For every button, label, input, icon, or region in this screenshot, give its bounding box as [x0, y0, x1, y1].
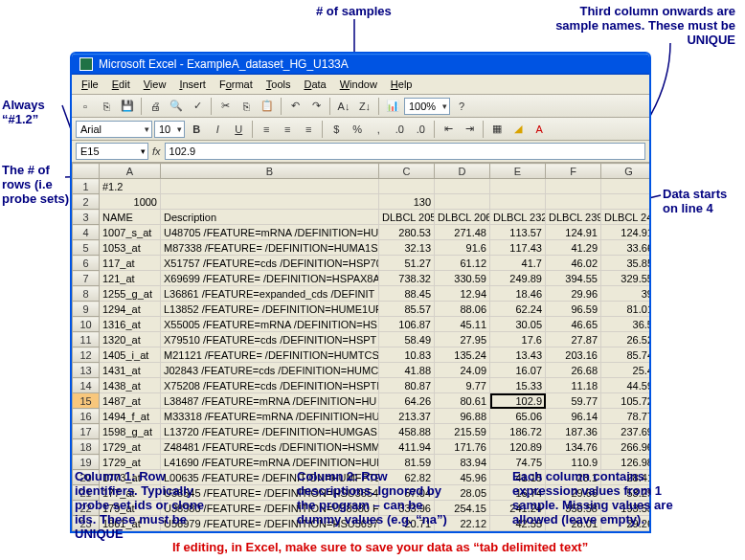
- cell[interactable]: 187.36: [546, 424, 601, 439]
- currency-button[interactable]: $: [327, 120, 346, 139]
- cell[interactable]: DLBCL 240: [601, 210, 652, 225]
- cell[interactable]: 124.91: [546, 225, 601, 240]
- paste-button[interactable]: 📋: [258, 97, 277, 116]
- cell[interactable]: 249.89: [490, 271, 546, 286]
- row-header[interactable]: 18: [73, 439, 100, 455]
- cell[interactable]: 41.88: [379, 363, 435, 378]
- cell[interactable]: 13.43: [490, 347, 546, 363]
- col-header-B[interactable]: B: [161, 164, 379, 179]
- cell[interactable]: 83.94: [435, 455, 490, 470]
- col-header-A[interactable]: A: [100, 164, 161, 179]
- spell-button[interactable]: ✓: [188, 97, 207, 116]
- col-header-E[interactable]: E: [490, 164, 546, 179]
- new-button[interactable]: ▫: [76, 97, 95, 116]
- col-header-G[interactable]: G: [601, 164, 652, 179]
- cell[interactable]: 88.45: [379, 286, 435, 302]
- cell[interactable]: 1255_g_at: [100, 286, 161, 302]
- chart-button[interactable]: 📊: [383, 97, 402, 116]
- cell[interactable]: 26.68: [546, 363, 601, 378]
- indent-inc-button[interactable]: ⇥: [460, 120, 479, 139]
- cell[interactable]: 39: [601, 286, 652, 302]
- row-header[interactable]: 15: [73, 393, 100, 409]
- cell[interactable]: DLBCL 232: [490, 210, 546, 225]
- cell[interactable]: 203.16: [546, 347, 601, 363]
- italic-button[interactable]: I: [208, 120, 227, 139]
- cell[interactable]: 113.57: [490, 225, 546, 240]
- sort-desc-button[interactable]: Z↓: [355, 97, 374, 116]
- cell[interactable]: 65.06: [490, 409, 546, 424]
- cell[interactable]: DLBCL 206: [435, 210, 490, 225]
- menu-format[interactable]: Format: [214, 77, 259, 92]
- cell[interactable]: 17.6: [490, 332, 546, 347]
- row-header[interactable]: 3: [73, 210, 100, 225]
- cell[interactable]: [435, 179, 490, 194]
- formula-input[interactable]: [165, 143, 645, 160]
- cell[interactable]: [601, 179, 652, 194]
- cell[interactable]: 10.83: [379, 347, 435, 363]
- cell[interactable]: 24.09: [435, 363, 490, 378]
- row-header[interactable]: 17: [73, 424, 100, 439]
- cell[interactable]: [379, 179, 435, 194]
- cell[interactable]: X79510 /FEATURE=cds /DEFINITION=HSPT: [161, 332, 379, 347]
- cell[interactable]: 134.76: [546, 439, 601, 455]
- cell[interactable]: M21121 /FEATURE= /DEFINITION=HUMTCS: [161, 347, 379, 363]
- cell[interactable]: 78.77: [601, 409, 652, 424]
- cell[interactable]: NAME: [100, 210, 161, 225]
- cell[interactable]: 135.24: [435, 347, 490, 363]
- cell[interactable]: 117_at: [100, 256, 161, 271]
- cell[interactable]: 27.87: [546, 332, 601, 347]
- cell[interactable]: 88.06: [435, 302, 490, 317]
- cell[interactable]: 271.48: [435, 225, 490, 240]
- cell[interactable]: 81.01: [601, 302, 652, 317]
- cell[interactable]: [161, 194, 379, 210]
- menu-edit[interactable]: Edit: [106, 77, 136, 92]
- cell[interactable]: 1316_at: [100, 317, 161, 332]
- cell[interactable]: [490, 194, 546, 210]
- cell[interactable]: 96.59: [546, 302, 601, 317]
- help-button[interactable]: ?: [452, 97, 471, 116]
- row-header[interactable]: 13: [73, 363, 100, 378]
- select-all-corner[interactable]: [73, 164, 100, 179]
- row-header[interactable]: 1: [73, 179, 100, 194]
- cell[interactable]: 25.4: [601, 363, 652, 378]
- cell[interactable]: 121_at: [100, 271, 161, 286]
- cell[interactable]: U48705 /FEATURE=mRNA /DEFINITION=HU: [161, 225, 379, 240]
- cell[interactable]: 80.87: [379, 378, 435, 393]
- col-header-C[interactable]: C: [379, 164, 435, 179]
- row-header[interactable]: 19: [73, 455, 100, 470]
- cell[interactable]: M33318 /FEATURE=mRNA /DEFINITION=HU: [161, 409, 379, 424]
- cell[interactable]: 61.12: [435, 256, 490, 271]
- cell[interactable]: Description: [161, 210, 379, 225]
- comma-button[interactable]: ,: [369, 120, 388, 139]
- row-header[interactable]: 10: [73, 317, 100, 332]
- save-button[interactable]: 💾: [118, 97, 137, 116]
- cell[interactable]: DLBCL 205: [379, 210, 435, 225]
- row-header[interactable]: 6: [73, 256, 100, 271]
- zoom-box[interactable]: 100%: [404, 98, 450, 115]
- cell[interactable]: 36.5: [601, 317, 652, 332]
- menu-view[interactable]: View: [138, 77, 172, 92]
- align-center-button[interactable]: ≡: [278, 120, 297, 139]
- cell[interactable]: 1438_at: [100, 378, 161, 393]
- font-color-button[interactable]: A: [530, 120, 549, 139]
- cell[interactable]: M87338 /FEATURE= /DEFINITION=HUMA1S: [161, 240, 379, 256]
- cell[interactable]: 74.75: [490, 455, 546, 470]
- cell[interactable]: J02843 /FEATURE=cds /DEFINITION=HUMC: [161, 363, 379, 378]
- row-header[interactable]: 14: [73, 378, 100, 393]
- cell[interactable]: L41690 /FEATURE=mRNA /DEFINITION=HUMTRAD: [161, 455, 379, 470]
- cell[interactable]: DLBCL 239: [546, 210, 601, 225]
- row-header[interactable]: 11: [73, 332, 100, 347]
- cell[interactable]: 35.85: [601, 256, 652, 271]
- cell[interactable]: 105.72: [601, 393, 652, 409]
- cell[interactable]: L13720 /FEATURE= /DEFINITION=HUMGAS: [161, 424, 379, 439]
- col-header-D[interactable]: D: [435, 164, 490, 179]
- cell[interactable]: 120.89: [490, 439, 546, 455]
- cell[interactable]: 329.55: [601, 271, 652, 286]
- cell[interactable]: 266.96: [601, 439, 652, 455]
- font-name-box[interactable]: Arial: [76, 121, 152, 138]
- align-left-button[interactable]: ≡: [257, 120, 276, 139]
- underline-button[interactable]: U: [229, 120, 248, 139]
- cell[interactable]: 171.76: [435, 439, 490, 455]
- cell[interactable]: 16.07: [490, 363, 546, 378]
- cell[interactable]: 1405_i_at: [100, 347, 161, 363]
